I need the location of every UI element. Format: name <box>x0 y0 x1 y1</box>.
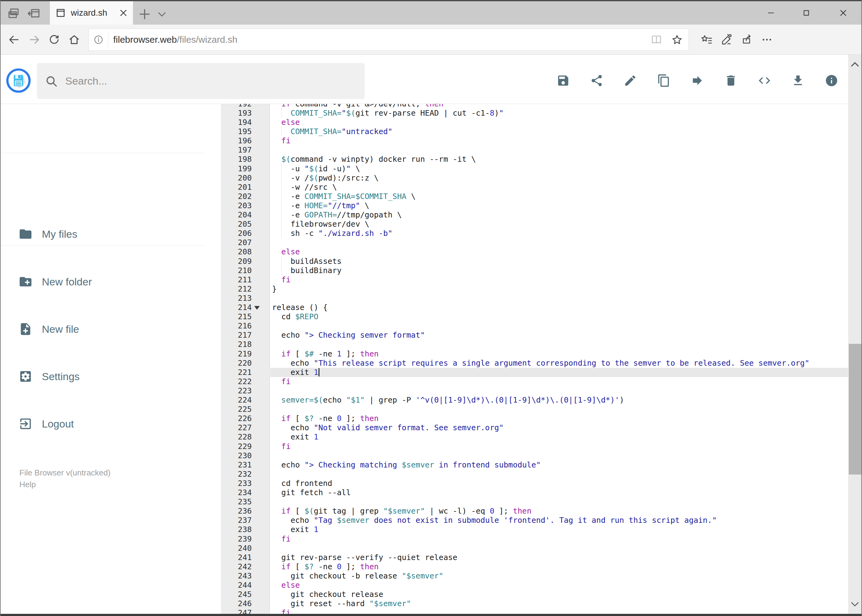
code-line[interactable]: echo "Not valid semver format. See semve… <box>272 423 504 432</box>
rename-icon[interactable] <box>624 74 637 87</box>
code-line[interactable]: if [ $? -ne 0 ]; then <box>272 414 378 423</box>
scroll-up-icon[interactable] <box>849 59 860 70</box>
site-info-icon[interactable] <box>93 35 104 45</box>
scroll-down-icon[interactable] <box>849 599 860 610</box>
code-line[interactable]: exit 1 <box>272 525 318 534</box>
code-token: pwd):/src:z \ <box>318 173 379 182</box>
code-line[interactable]: else <box>272 118 300 127</box>
share-page-icon[interactable] <box>741 34 753 46</box>
close-window-button[interactable] <box>831 7 855 19</box>
code-line[interactable]: $(command -v winpty) docker run --rm -it… <box>272 155 476 164</box>
code-token: semver=$( <box>281 396 323 404</box>
code-line[interactable]: fi <box>272 377 290 386</box>
code-line[interactable]: fi <box>272 608 290 614</box>
code-line[interactable]: echo "This release script requires a sin… <box>272 358 809 368</box>
code-line[interactable]: sh -c "./wizard.sh -b" <box>272 229 392 238</box>
code-line[interactable]: semver=$(echo "$1" | grep -P '^v(0|[1-9]… <box>272 396 624 405</box>
reading-view-icon[interactable] <box>650 33 663 46</box>
save-icon[interactable] <box>556 74 570 87</box>
code-line[interactable]: -e HOME="//tmp" \ <box>272 201 369 211</box>
tab-preview-icon[interactable] <box>7 7 20 20</box>
set-tabs-aside-icon[interactable] <box>27 7 41 20</box>
code-line[interactable]: fi <box>272 136 290 146</box>
annotate-pen-icon[interactable] <box>721 34 733 46</box>
code-line[interactable]: git fetch --all <box>272 488 351 497</box>
app-version-link[interactable]: File Browser v(untracked) <box>19 468 110 478</box>
line-number: 247 <box>221 608 252 614</box>
hub-favorites-icon[interactable] <box>701 34 712 46</box>
code-line[interactable]: release () { <box>272 303 328 312</box>
code-line[interactable]: COMMIT_SHA="$(git rev-parse HEAD | cut -… <box>272 108 504 118</box>
code-line[interactable]: cd $REPO <box>272 312 318 321</box>
code-line[interactable]: if [ $(git tag | grep "$semver" | wc -l)… <box>272 506 531 516</box>
code-line[interactable]: git reset --hard "$semver" <box>272 599 411 608</box>
tab-close-icon[interactable] <box>119 8 128 17</box>
code-line[interactable]: -e COMMIT_SHA=$COMMIT_SHA \ <box>272 192 416 201</box>
code-line[interactable]: if [ $? -ne 0 ]; then <box>272 562 378 571</box>
vertical-scrollbar[interactable] <box>848 55 862 614</box>
code-line[interactable]: git rev-parse --verify --quiet release <box>272 553 457 562</box>
forward-button[interactable] <box>28 34 40 46</box>
code-line[interactable]: COMMIT_SHA="untracked" <box>272 127 392 136</box>
sidebar-item-logout[interactable]: Logout <box>1 410 216 438</box>
favorite-star-icon[interactable] <box>671 34 683 46</box>
code-line[interactable]: } <box>272 284 277 294</box>
download-icon[interactable] <box>791 74 805 87</box>
url-text[interactable]: filebrowser.web/files/wizard.sh <box>113 35 650 45</box>
scrollbar-thumb[interactable] <box>849 344 861 475</box>
code-line[interactable]: else <box>272 247 300 256</box>
code-line[interactable]: echo "> Checking semver format" <box>272 331 425 340</box>
code-line[interactable]: -e GOPATH=//tmp/gopath \ <box>272 211 402 220</box>
code-line[interactable]: exit 1 <box>272 432 318 442</box>
info-icon[interactable] <box>825 74 838 87</box>
code-line[interactable]: -u "$(id -u)" \ <box>272 164 360 173</box>
code-line[interactable]: fi <box>272 275 290 284</box>
home-button[interactable] <box>68 34 80 46</box>
code-line[interactable]: fi <box>272 442 290 451</box>
minimize-button[interactable] <box>759 7 783 19</box>
copy-icon[interactable] <box>657 74 671 87</box>
filebrowser-logo[interactable] <box>6 68 31 93</box>
code-line[interactable]: git checkout -b release "$semver" <box>272 571 443 581</box>
new-tab-button[interactable] <box>138 7 151 21</box>
back-button[interactable] <box>8 34 20 46</box>
share-icon[interactable] <box>590 74 604 87</box>
line-number: 232 <box>221 470 252 479</box>
help-link[interactable]: Help <box>19 480 36 489</box>
sidebar-item-my-files[interactable]: My files <box>1 220 216 248</box>
tab-list-chevron-icon[interactable] <box>156 9 167 20</box>
code-line[interactable]: exit 1 <box>272 368 318 377</box>
code-line[interactable]: cd frontend <box>272 479 333 488</box>
code-line[interactable]: buildAssets <box>272 257 342 266</box>
code-line[interactable]: else <box>272 581 300 590</box>
code-editor[interactable]: 1921931941951961971981992002012022032042… <box>221 104 848 614</box>
code-line[interactable]: if command -v git &>/dev/null; then <box>272 104 443 108</box>
code-token: then <box>360 414 378 423</box>
move-icon[interactable] <box>690 74 704 87</box>
source-code-icon[interactable] <box>758 74 771 87</box>
code-line[interactable]: echo "> Checking matching $semver in fro… <box>272 460 541 470</box>
code-line[interactable]: git checkout release <box>272 590 383 599</box>
address-bar[interactable]: filebrowser.web/files/wizard.sh <box>89 28 689 51</box>
code-token: -ne <box>314 414 337 423</box>
more-options-icon[interactable] <box>761 34 773 46</box>
fold-marker-icon[interactable] <box>254 306 260 310</box>
refresh-button[interactable] <box>48 34 60 46</box>
line-number: 221 <box>221 368 252 377</box>
code-line[interactable]: buildBinary <box>272 266 342 275</box>
code-line[interactable]: filebrowser/dev \ <box>272 220 369 229</box>
line-number: 198 <box>221 155 252 164</box>
code-line[interactable]: -v /$(pwd):/src:z \ <box>272 173 378 183</box>
sidebar-item-new-folder[interactable]: New folder <box>1 268 216 295</box>
code-line[interactable]: fi <box>272 534 290 544</box>
tab-wizard-sh[interactable]: wizard.sh <box>50 1 133 25</box>
delete-icon[interactable] <box>724 74 738 87</box>
line-number: 240 <box>221 544 252 553</box>
code-line[interactable]: -w //src \ <box>272 183 337 192</box>
sidebar-item-new-file[interactable]: New file <box>1 315 216 343</box>
sidebar-item-settings[interactable]: Settings <box>1 363 216 390</box>
search-input[interactable]: Search... <box>37 63 365 99</box>
code-line[interactable]: echo "Tag $semver does not exist in subm… <box>272 516 717 525</box>
maximize-button[interactable] <box>794 7 818 19</box>
code-line[interactable]: if [ $# -ne 1 ]; then <box>272 349 378 358</box>
